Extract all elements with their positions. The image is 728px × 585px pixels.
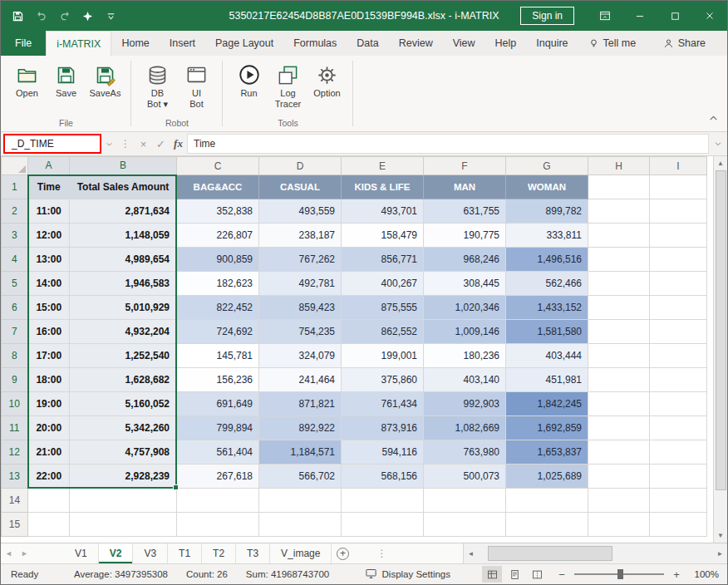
cell-G15[interactable] [506,513,588,537]
cell-F13[interactable]: 500,073 [424,465,506,489]
cell-B10[interactable]: 5,160,052 [70,392,177,416]
collapse-ribbon-icon[interactable] [708,112,719,127]
customize-qat-icon[interactable] [104,9,118,23]
cell-G10[interactable]: 1,842,245 [506,392,588,416]
cell-D10[interactable]: 871,821 [259,392,342,416]
cell-G1[interactable]: WOMAN [506,175,588,199]
cell-A2[interactable]: 11:00 [28,199,70,224]
cell-G9[interactable]: 451,981 [506,368,588,392]
cell-H7[interactable] [588,320,650,344]
cell-I6[interactable] [650,296,707,320]
name-box[interactable]: _D_TIME [3,134,101,154]
zoom-level[interactable]: 100% [689,569,719,579]
maximize-button[interactable] [657,1,692,31]
ribbon-tab-review[interactable]: Review [389,31,443,56]
cell-H4[interactable] [588,248,650,272]
select-all-button[interactable] [2,157,28,175]
vertical-scrollbar-thumb[interactable] [716,170,726,490]
cell-B7[interactable]: 4,932,204 [70,320,177,344]
db-bot-button[interactable]: DB Bot ▾ [138,59,177,110]
cell-A8[interactable]: 17:00 [28,344,70,368]
ribbon-tab-inquire[interactable]: Inquire [526,31,578,56]
cell-C14[interactable] [177,489,259,513]
cell-I5[interactable] [650,272,707,296]
cell-D14[interactable] [259,489,342,513]
cell-E5[interactable]: 400,267 [342,272,424,296]
cell-A4[interactable]: 13:00 [28,248,70,272]
cell-E2[interactable]: 493,701 [342,199,424,224]
sheet-tab-v3[interactable]: V3 [133,543,168,563]
zoom-slider[interactable] [574,573,664,575]
cell-B1[interactable]: Total Sales Amount [70,175,177,199]
cell-H2[interactable] [588,199,650,224]
cell-E7[interactable]: 862,552 [342,320,424,344]
ribbon-tab-file[interactable]: File [1,31,46,56]
cell-B2[interactable]: 2,871,634 [70,199,177,224]
ribbon-tab-view[interactable]: View [443,31,485,56]
cell-E8[interactable]: 199,001 [342,344,424,368]
sheet-nav-right-icon[interactable]: ► [17,543,32,563]
cell-C1[interactable]: BAG&ACC [177,175,259,199]
cell-D6[interactable]: 859,423 [259,296,342,320]
row-header-15[interactable]: 15 [2,513,28,537]
horizontal-scrollbar-thumb[interactable] [488,546,612,561]
cell-B11[interactable]: 5,342,260 [70,416,177,440]
cell-B12[interactable]: 4,757,908 [70,440,177,465]
cell-E10[interactable]: 761,434 [342,392,424,416]
cell-F8[interactable]: 180,236 [424,344,506,368]
cell-E11[interactable]: 873,916 [342,416,424,440]
cell-C8[interactable]: 145,781 [177,344,259,368]
cell-E3[interactable]: 158,479 [342,224,424,248]
cell-A14[interactable] [28,489,70,513]
cell-F3[interactable]: 190,775 [424,224,506,248]
cell-G3[interactable]: 333,811 [506,224,588,248]
cell-A6[interactable]: 15:00 [28,296,70,320]
cell-C7[interactable]: 724,692 [177,320,259,344]
cell-F4[interactable]: 968,246 [424,248,506,272]
cell-B5[interactable]: 1,946,583 [70,272,177,296]
column-header-B[interactable]: B [70,157,177,175]
row-header-9[interactable]: 9 [2,368,28,392]
scroll-right-icon[interactable]: ► [713,550,727,558]
cell-F5[interactable]: 308,445 [424,272,506,296]
cell-H3[interactable] [588,224,650,248]
cell-B4[interactable]: 4,989,654 [70,248,177,272]
cell-C10[interactable]: 691,649 [177,392,259,416]
ui-bot-button[interactable]: UI Bot [177,59,216,110]
cell-H6[interactable] [588,296,650,320]
saveas-button[interactable]: SaveAs [86,59,125,99]
row-header-6[interactable]: 6 [2,296,28,320]
cell-D1[interactable]: CASUAL [259,175,342,199]
cell-E4[interactable]: 856,771 [342,248,424,272]
option-button[interactable]: Option [307,59,347,99]
cell-D11[interactable]: 892,922 [259,416,342,440]
cell-D12[interactable]: 1,184,571 [259,440,342,465]
sheet-tab-v-image[interactable]: V_image [270,543,332,563]
ribbon-tab-home[interactable]: Home [111,31,159,56]
cell-B3[interactable]: 1,148,059 [70,224,177,248]
cell-I1[interactable] [650,175,707,199]
status-count[interactable]: Count: 26 [186,569,228,579]
cell-A12[interactable]: 21:00 [28,440,70,465]
cell-H10[interactable] [588,392,650,416]
cell-E12[interactable]: 594,116 [342,440,424,465]
cell-D8[interactable]: 324,079 [259,344,342,368]
cell-E14[interactable] [342,489,424,513]
sheet-tab-t2[interactable]: T2 [202,543,236,563]
close-button[interactable] [692,1,727,31]
column-header-D[interactable]: D [259,157,342,175]
cell-F14[interactable] [424,489,506,513]
row-header-4[interactable]: 4 [2,248,28,272]
cell-I8[interactable] [650,344,707,368]
cell-B13[interactable]: 2,928,239 [70,465,177,489]
cell-E15[interactable] [342,513,424,537]
cell-D3[interactable]: 238,187 [259,224,342,248]
ribbon-tab-formulas[interactable]: Formulas [283,31,347,56]
status-sum[interactable]: Sum: 41968743700 [246,569,329,579]
cell-H8[interactable] [588,344,650,368]
sheet-nav-left-icon[interactable]: ◄ [1,543,17,563]
cell-I2[interactable] [650,199,707,224]
column-header-I[interactable]: I [650,157,707,175]
cell-F9[interactable]: 403,140 [424,368,506,392]
ribbon-tab-tell-me[interactable]: Tell me [578,31,647,56]
